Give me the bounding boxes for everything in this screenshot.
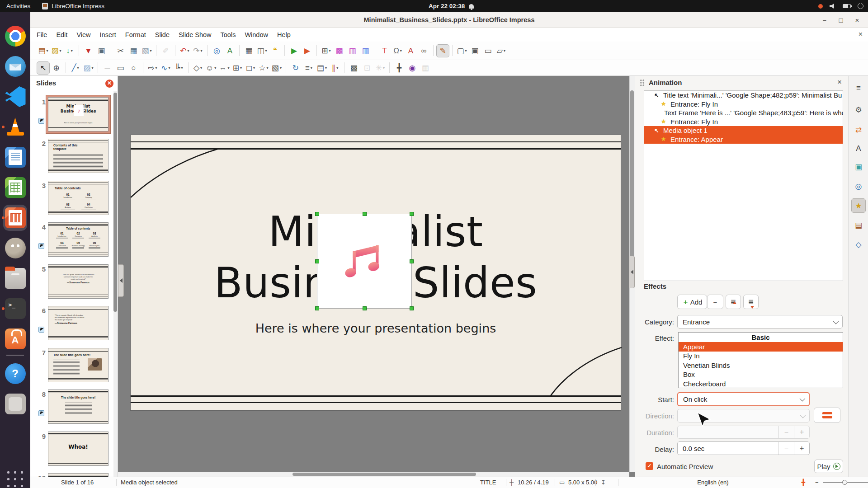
zoom-out-button[interactable]: − (815, 479, 819, 486)
dropdown-arrow-icon[interactable]: ▾ (240, 66, 242, 70)
dock-item-screenshot-tool[interactable] (0, 389, 30, 418)
insert-image-button[interactable]: ▩ (333, 45, 345, 57)
start-from-first-slide-button[interactable]: ▶ (288, 45, 300, 57)
dropdown-arrow-icon[interactable]: ▾ (267, 66, 269, 70)
crop-image-button[interactable]: ⊡ (361, 62, 373, 74)
lines-and-arrows-button[interactable]: ⇨▾ (146, 62, 159, 74)
sidebar-tab-properties[interactable]: ⚙ (852, 103, 865, 117)
animation-item[interactable]: ★Entrance: Appear (644, 135, 843, 144)
sidebar-tab-sidebar-settings[interactable]: ≡ (852, 81, 865, 95)
duplicate-button[interactable]: ▣ (469, 45, 481, 57)
dropdown-arrow-icon[interactable]: ▾ (336, 66, 338, 70)
sidebar-tab-navigator[interactable]: ◎ (852, 179, 865, 193)
dock-item-impress[interactable] (0, 203, 30, 232)
selection-handle[interactable] (315, 212, 319, 216)
insert-media-button[interactable]: ▥ (346, 45, 359, 57)
dock-item-vscode[interactable] (0, 82, 30, 111)
3d-objects-button[interactable]: ▧▾ (270, 62, 283, 74)
shapes-button[interactable]: ▢▾ (456, 45, 468, 57)
selection-handle[interactable] (315, 259, 319, 263)
slide-thumbnail-1[interactable]: 1 MinimalistBusiness Slides ♪ Here is wh… (30, 96, 113, 136)
undo-button[interactable]: ↶▾ (179, 45, 191, 57)
effect-option-appear[interactable]: Appear (679, 342, 843, 352)
save-button[interactable]: ↓▾ (63, 45, 75, 57)
play-button[interactable]: Play (814, 460, 843, 473)
slide-thumbnail-3[interactable]: 3 Table of contents 01Introduction 02Com… (30, 180, 113, 220)
basic-shapes-button[interactable]: ◇▾ (192, 62, 204, 74)
category-dropdown[interactable]: Entrance (677, 315, 843, 328)
selection-handle[interactable] (315, 306, 319, 310)
fill-color-button[interactable]: ▨▾ (82, 62, 94, 74)
rectangle-button[interactable]: ▭ (114, 62, 127, 74)
increment-icon[interactable]: ＋ (794, 426, 809, 438)
dock-item-vlc[interactable] (0, 113, 30, 141)
remove-effect-button[interactable]: − (707, 295, 723, 309)
slide-thumbnail-2[interactable]: 2 Contents of this template (30, 138, 113, 178)
animation-item[interactable]: ★Entrance: Fly In (644, 117, 843, 127)
dropdown-arrow-icon[interactable]: ▾ (77, 66, 79, 70)
animation-item[interactable]: ↖Title text 'Minimali...' 'Google Shape;… (644, 91, 843, 100)
slide-thumbnail-8[interactable]: 8 The slide title goes here! (30, 389, 113, 428)
increment-icon[interactable]: ＋ (794, 442, 809, 455)
redo-button[interactable]: ↷▾ (192, 45, 204, 57)
dropdown-arrow-icon[interactable]: ▾ (200, 66, 202, 70)
export-pdf-button[interactable]: ▼ (82, 45, 94, 57)
clock[interactable]: Apr 22 02:38 (429, 0, 474, 12)
new-presentation-button[interactable]: ▤▾ (37, 45, 49, 57)
start-from-current-slide-button[interactable]: ▶ (301, 45, 313, 57)
ellipse-button[interactable]: ○ (127, 62, 140, 74)
dock-item-chrome[interactable] (0, 22, 30, 51)
arrange-button[interactable]: ▤▾ (316, 62, 328, 74)
zoom-slider-thumb[interactable] (842, 480, 847, 485)
insert-fontwork-button[interactable]: A (405, 45, 417, 57)
dropdown-arrow-icon[interactable]: ▾ (504, 49, 505, 53)
document-language[interactable]: English (en) (672, 479, 754, 486)
flowchart-shapes-button[interactable]: ⊞▾ (231, 62, 243, 74)
cut-button[interactable]: ✂ (114, 45, 127, 57)
transformations-button[interactable]: ▱▾ (495, 45, 507, 57)
slide-thumbnail-5[interactable]: 5 “This is a quote. Words full of wisdom… (30, 263, 113, 303)
dock-item-gimp[interactable] (0, 234, 30, 263)
menu-slide[interactable]: Slide (151, 29, 174, 41)
dropdown-arrow-icon[interactable]: ▾ (47, 49, 48, 53)
animation-item[interactable]: Text Frame 'Here is ...' 'Google Shape;4… (644, 108, 843, 117)
menu-window[interactable]: Window (240, 29, 273, 41)
sidebar-tab-master-slides[interactable]: ▤ (852, 218, 865, 232)
dropdown-arrow-icon[interactable]: ▾ (201, 49, 203, 53)
move-effect-up-button[interactable]: ≣ (726, 295, 741, 309)
toggle-extrusion-button[interactable]: ▦ (419, 62, 431, 74)
dock-item-software[interactable] (0, 324, 30, 353)
dock-item-writer[interactable] (0, 143, 30, 172)
menu-file[interactable]: File (32, 29, 52, 41)
menu-help[interactable]: Help (273, 29, 295, 41)
slides-panel-close-icon[interactable]: ✕ (105, 80, 113, 88)
dropdown-arrow-icon[interactable]: ▾ (227, 66, 229, 70)
dropdown-arrow-icon[interactable]: ▾ (325, 66, 327, 70)
effect-option-checkerboard[interactable]: Checkerboard (679, 379, 843, 388)
dock-item-thunderbird[interactable] (0, 52, 30, 81)
dropdown-arrow-icon[interactable]: ▾ (188, 49, 189, 53)
star-shapes-button[interactable]: ☆▾ (257, 62, 269, 74)
slide-canvas[interactable]: Minimalist Business Slides Here is where… (130, 135, 621, 411)
menu-view[interactable]: View (72, 29, 95, 41)
menu-insert[interactable]: Insert (95, 29, 121, 41)
dropdown-arrow-icon[interactable]: ▾ (400, 49, 402, 53)
symbol-shapes-button[interactable]: ☺▾ (205, 62, 217, 74)
interaction-button[interactable]: ▭ (482, 45, 494, 57)
fit-slide-icon[interactable]: ╋ (802, 479, 805, 486)
media-object[interactable] (317, 214, 412, 309)
dropdown-arrow-icon[interactable]: ▾ (156, 66, 157, 70)
shadow-button[interactable]: ▩ (348, 62, 360, 74)
insert-hyperlink-button[interactable]: ∞ (418, 45, 430, 57)
sidebar-tab-animation[interactable]: ★ (852, 199, 865, 212)
decrement-icon[interactable]: − (778, 442, 794, 455)
sidebar-tab-styles[interactable]: A (852, 142, 865, 155)
display-grid-button[interactable]: ▦ (243, 45, 255, 57)
selection-handle[interactable] (363, 306, 367, 310)
start-dropdown[interactable]: On click (677, 392, 810, 406)
dropdown-arrow-icon[interactable]: ▾ (280, 66, 282, 70)
menu-edit[interactable]: Edit (52, 29, 72, 41)
dropdown-arrow-icon[interactable]: ▾ (181, 66, 183, 70)
sidebar-tab-shapes[interactable]: ◇ (852, 238, 865, 251)
sidebar-collapse-handle[interactable] (629, 256, 635, 288)
